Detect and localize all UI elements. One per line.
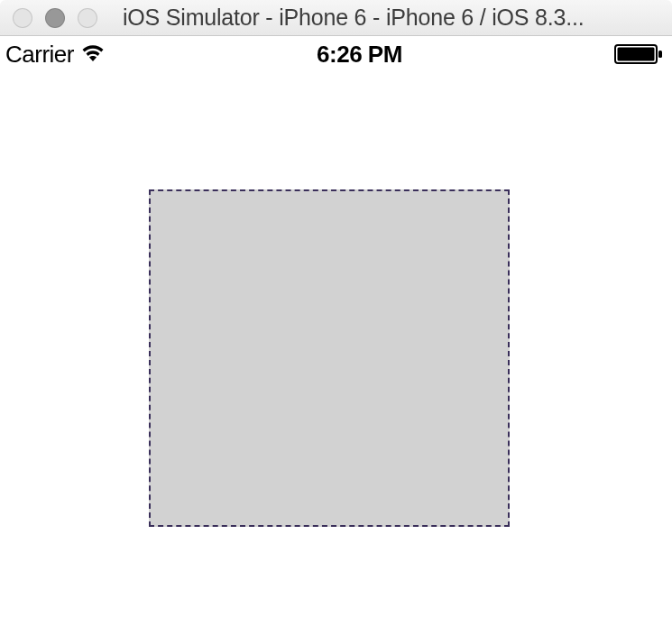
carrier-label: Carrier — [5, 41, 74, 69]
close-window-button[interactable] — [13, 8, 32, 28]
minimize-window-button[interactable] — [45, 8, 65, 28]
clock: 6:26 PM — [317, 41, 402, 69]
svg-rect-1 — [618, 48, 655, 61]
window-titlebar: iOS Simulator - iPhone 6 - iPhone 6 / iO… — [0, 0, 672, 36]
sim-content — [0, 72, 672, 636]
battery-icon — [614, 44, 663, 64]
window-title: iOS Simulator - iPhone 6 - iPhone 6 / iO… — [106, 5, 659, 31]
dashed-box — [149, 189, 510, 527]
status-right — [614, 44, 663, 64]
status-left: Carrier — [5, 41, 105, 69]
traffic-lights — [13, 8, 97, 28]
ios-status-bar: Carrier 6:26 PM — [0, 36, 672, 72]
zoom-window-button[interactable] — [78, 8, 97, 28]
wifi-icon — [81, 45, 105, 63]
svg-rect-2 — [658, 51, 662, 58]
